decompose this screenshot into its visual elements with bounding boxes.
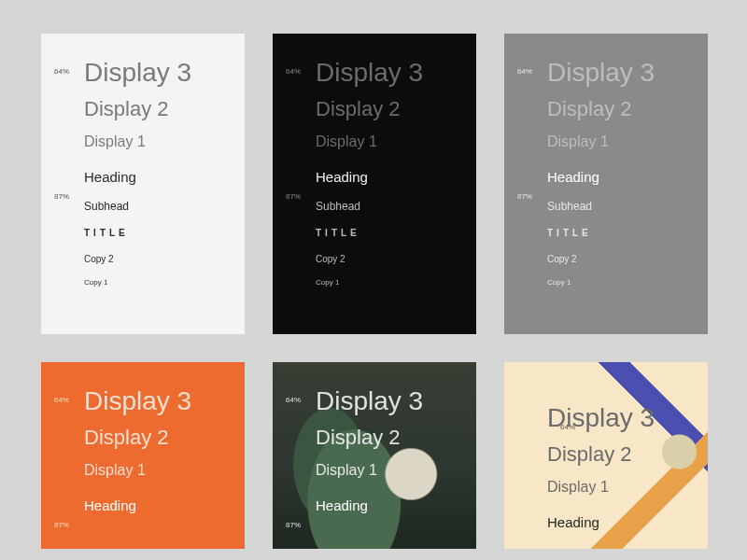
copy-1: Copy 1 — [316, 279, 459, 287]
heading: Heading — [547, 170, 691, 201]
opacity-label-64: 64% — [54, 396, 69, 404]
heading: Heading — [547, 515, 691, 546]
heading: Heading — [84, 170, 228, 201]
title: TITLE — [547, 229, 691, 255]
display-1: Display 1 — [84, 463, 228, 498]
heading: Heading — [84, 498, 228, 529]
typography-specimen-grid: 64% 87% Display 3 Display 2 Display 1 He… — [41, 34, 706, 549]
specimen-card-light: 64% 87% Display 3 Display 2 Display 1 He… — [41, 34, 245, 334]
heading: Heading — [316, 170, 459, 201]
subhead: Subhead — [316, 201, 459, 229]
subhead: Subhead — [84, 201, 228, 229]
opacity-label-64: 64% — [286, 396, 301, 404]
display-3: Display 3 — [547, 399, 691, 444]
title: TITLE — [316, 229, 459, 255]
display-1: Display 1 — [316, 463, 459, 498]
copy-1: Copy 1 — [84, 279, 228, 287]
display-3: Display 3 — [316, 54, 459, 99]
specimen-card-orange: 64% 87% Display 3 Display 2 Display 1 He… — [41, 362, 245, 549]
specimen-card-illustration: 64% 87% Display 3 Display 2 Display 1 He… — [504, 362, 708, 549]
opacity-label-64: 64% — [54, 67, 69, 76]
display-3: Display 3 — [84, 54, 228, 99]
display-2: Display 2 — [316, 99, 459, 134]
opacity-label-87: 87% — [286, 192, 301, 201]
display-1: Display 1 — [547, 134, 691, 170]
display-2: Display 2 — [547, 99, 691, 134]
display-3: Display 3 — [316, 383, 459, 427]
display-3: Display 3 — [547, 54, 691, 99]
display-2: Display 2 — [84, 427, 228, 463]
display-2: Display 2 — [316, 427, 459, 463]
opacity-label-87: 87% — [579, 548, 594, 549]
copy-1: Copy 1 — [547, 279, 691, 287]
title: TITLE — [84, 229, 228, 255]
display-1: Display 1 — [84, 134, 228, 170]
display-3: Display 3 — [84, 383, 228, 427]
display-1: Display 1 — [316, 134, 459, 170]
copy-2: Copy 2 — [547, 255, 691, 279]
subhead: Subhead — [547, 201, 691, 229]
heading: Heading — [316, 498, 459, 529]
opacity-label-64: 64% — [286, 67, 301, 76]
opacity-label-87: 87% — [286, 521, 301, 529]
copy-2: Copy 2 — [316, 255, 459, 279]
display-1: Display 1 — [547, 480, 691, 515]
specimen-card-gray: 64% 87% Display 3 Display 2 Display 1 He… — [504, 34, 708, 334]
specimen-card-dark: 64% 87% Display 3 Display 2 Display 1 He… — [273, 34, 476, 334]
display-2: Display 2 — [84, 99, 228, 134]
opacity-label-87: 87% — [54, 521, 69, 529]
opacity-label-87: 87% — [54, 192, 69, 201]
opacity-label-64: 64% — [517, 67, 532, 76]
opacity-label-87: 87% — [517, 192, 532, 201]
display-2: Display 2 — [547, 444, 691, 480]
specimen-card-photo: 64% 87% Display 3 Display 2 Display 1 He… — [273, 362, 476, 549]
copy-2: Copy 2 — [84, 255, 228, 279]
